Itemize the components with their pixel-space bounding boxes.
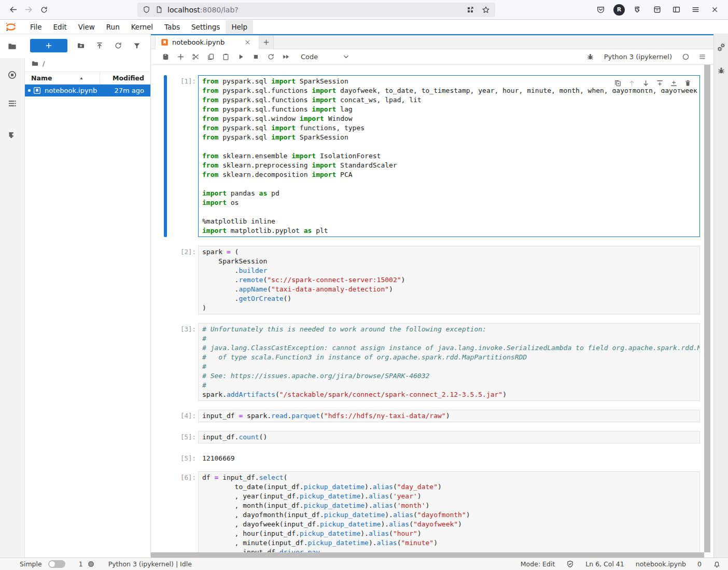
upload-button[interactable] bbox=[90, 39, 109, 52]
hamburger-icon bbox=[698, 53, 706, 61]
cut-button[interactable] bbox=[188, 50, 203, 64]
sidebar-tab-running[interactable] bbox=[0, 63, 25, 87]
filter-button[interactable] bbox=[128, 39, 146, 52]
insert-above-cell-button[interactable] bbox=[653, 77, 666, 89]
column-name[interactable]: Name bbox=[25, 72, 100, 84]
code-cell-2: [2]:spark = ( SparkSession .builder .rem… bbox=[151, 246, 703, 314]
sidebar-tab-toc[interactable] bbox=[0, 91, 25, 115]
column-modified[interactable]: Modified bbox=[100, 74, 150, 82]
tab-notebook[interactable]: notebook.ipynb bbox=[155, 35, 259, 49]
cell-toolbar bbox=[610, 77, 695, 89]
forward-icon[interactable] bbox=[21, 2, 36, 18]
bookmark-star-icon[interactable] bbox=[482, 6, 490, 14]
cell-type-dropdown[interactable]: Code bbox=[301, 53, 349, 61]
save-button[interactable] bbox=[158, 50, 173, 64]
stop-icon bbox=[252, 53, 260, 61]
cut-icon bbox=[192, 53, 200, 61]
code-cell-5: [5]:input_df.count() bbox=[151, 431, 703, 443]
menu-icon[interactable] bbox=[689, 3, 702, 17]
move-up-cell-button[interactable] bbox=[625, 77, 638, 89]
archive-icon[interactable] bbox=[651, 3, 663, 17]
refresh-button[interactable] bbox=[109, 39, 128, 52]
copy-button[interactable] bbox=[203, 50, 218, 64]
bell-icon[interactable] bbox=[713, 560, 721, 568]
add-button[interactable] bbox=[173, 50, 188, 64]
menu-edit[interactable]: Edit bbox=[48, 20, 73, 34]
run-all-icon bbox=[282, 53, 290, 61]
toc-icon bbox=[7, 99, 17, 108]
horizontal-scrollbar[interactable] bbox=[151, 552, 704, 558]
extension-icon[interactable] bbox=[632, 3, 644, 17]
menu-kernel[interactable]: Kernel bbox=[125, 20, 159, 34]
debugger-button[interactable] bbox=[584, 50, 597, 64]
chip-icon bbox=[87, 560, 95, 568]
plus-icon bbox=[45, 42, 52, 49]
file-row-notebook[interactable]: notebook.ipynb 27m ago bbox=[25, 85, 150, 96]
toolbar-menu-button[interactable] bbox=[696, 50, 708, 64]
duplicate-cell-button[interactable] bbox=[611, 77, 624, 89]
cell-editor[interactable]: input_df.count() bbox=[198, 431, 700, 443]
account-avatar[interactable]: R bbox=[613, 4, 625, 16]
menu-tabs[interactable]: Tabs bbox=[159, 20, 186, 34]
restart-icon bbox=[267, 53, 275, 61]
menu-run[interactable]: Run bbox=[101, 20, 125, 34]
back-icon[interactable] bbox=[5, 2, 21, 18]
new-tab-button[interactable] bbox=[259, 35, 274, 49]
kernel-status-button[interactable] bbox=[679, 50, 692, 64]
menubar-items: FileEditViewRunKernelTabsSettingsHelp bbox=[24, 20, 253, 34]
notebook-tab-icon bbox=[161, 38, 169, 46]
move-down-cell-button[interactable] bbox=[639, 77, 652, 89]
breadcrumb[interactable]: / bbox=[25, 56, 150, 72]
restart-button[interactable] bbox=[263, 50, 278, 64]
notification-count[interactable]: 0 bbox=[697, 560, 702, 568]
dirty-indicator bbox=[28, 89, 31, 92]
menu-file[interactable]: File bbox=[24, 20, 48, 34]
property-inspector-icon[interactable] bbox=[717, 43, 726, 52]
insert-below-cell-button[interactable] bbox=[667, 77, 680, 89]
move-up-icon bbox=[628, 79, 636, 87]
file-browser: / Name Modified notebook.ipynb 27m ago bbox=[25, 34, 151, 558]
paste-button[interactable] bbox=[218, 50, 233, 64]
menu-settings[interactable]: Settings bbox=[186, 20, 226, 34]
close-window-icon[interactable] bbox=[708, 3, 721, 17]
run-all-button[interactable] bbox=[278, 50, 293, 64]
menu-view[interactable]: View bbox=[73, 20, 101, 34]
tab-close-icon[interactable] bbox=[244, 39, 251, 46]
cell-editor[interactable]: # Unfortunately this is needed to work a… bbox=[198, 323, 700, 401]
duplicate-icon bbox=[614, 79, 622, 87]
sidebar-tab-extensions[interactable] bbox=[0, 123, 25, 147]
new-launcher-button[interactable] bbox=[30, 39, 67, 52]
menu-help[interactable]: Help bbox=[226, 20, 253, 34]
pocket-icon[interactable] bbox=[594, 3, 607, 17]
filter-icon bbox=[133, 41, 141, 50]
home-folder-icon bbox=[31, 60, 39, 67]
run-button[interactable] bbox=[233, 50, 248, 64]
sidebar-tab-filebrowser[interactable] bbox=[0, 34, 25, 58]
sidebar-toggle-icon[interactable] bbox=[670, 3, 682, 17]
kernel-status-text[interactable]: Python 3 (ipykernel) | Idle bbox=[108, 560, 192, 568]
copy-icon bbox=[207, 53, 215, 61]
mode-indicator[interactable]: Mode: Edit bbox=[521, 560, 555, 568]
simple-mode-toggle[interactable] bbox=[48, 560, 65, 568]
page-icon bbox=[155, 6, 163, 13]
debugger-tab-icon[interactable] bbox=[717, 66, 725, 75]
grid-arrow-icon[interactable] bbox=[466, 6, 474, 14]
url-bar[interactable]: localhost:8080/lab? bbox=[137, 3, 495, 17]
delete-cell-button[interactable] bbox=[681, 77, 694, 89]
jupyter-logo-icon bbox=[5, 21, 17, 33]
cursor-position[interactable]: Ln 6, Col 41 bbox=[585, 560, 624, 568]
cell-editor[interactable]: from pyspark.sql import SparkSessionfrom… bbox=[198, 75, 700, 237]
new-folder-button[interactable] bbox=[72, 39, 90, 52]
statusbar-filename: notebook.ipynb bbox=[636, 560, 686, 568]
kernel-name[interactable]: Python 3 (ipykernel) bbox=[604, 53, 672, 61]
reload-icon[interactable] bbox=[36, 2, 52, 18]
kernel-count[interactable]: 1 bbox=[79, 560, 95, 568]
cell-editor[interactable]: input_df = spark.read.parquet("hdfs://hd… bbox=[198, 410, 700, 422]
vertical-scrollbar[interactable] bbox=[704, 65, 710, 552]
extension-puzzle-icon bbox=[7, 130, 17, 140]
bug-icon bbox=[586, 53, 594, 61]
cell-editor[interactable]: df = input_df.select( to_date(input_df.p… bbox=[198, 471, 700, 552]
cell-editor[interactable]: spark = ( SparkSession .builder .remote(… bbox=[198, 246, 700, 314]
stop-button[interactable] bbox=[248, 50, 263, 64]
output-text: 12106669 bbox=[198, 452, 235, 463]
